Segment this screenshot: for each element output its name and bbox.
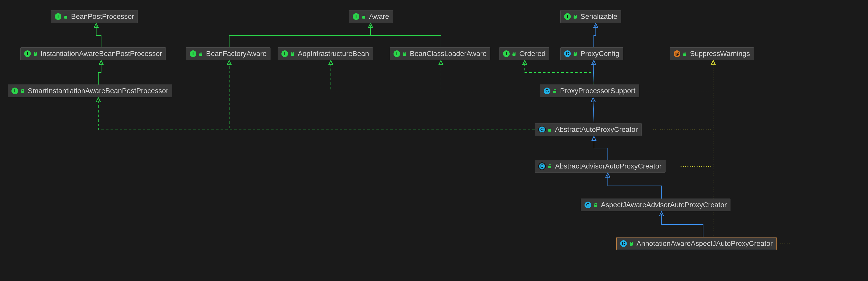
lock-icon: [33, 52, 38, 56]
interface-icon: I: [281, 51, 288, 57]
lock-icon: [403, 52, 407, 56]
lock-icon: [21, 89, 25, 93]
node-aspectJAwareAPC[interactable]: CAspectJAwareAdvisorAutoProxyCreator: [581, 198, 731, 211]
node-label: SmartInstantiationAwareBeanPostProcessor: [28, 87, 168, 95]
interface-icon: I: [353, 13, 360, 20]
node-label: AnnotationAwareAspectJAutoProxyCreator: [637, 240, 773, 248]
annotation-icon: @: [674, 51, 680, 57]
node-label: AbstractAutoProxyCreator: [555, 125, 638, 134]
node-annotationAwareAJAPC[interactable]: CAnnotationAwareAspectJAutoProxyCreator: [616, 237, 777, 250]
class-hierarchy-diagram: IBeanPostProcessorIAwareISerializableIIn…: [0, 0, 868, 281]
node-beanClassLoaderAware[interactable]: IBeanClassLoaderAware: [390, 48, 490, 60]
node-label: BeanFactoryAware: [206, 50, 267, 58]
class-icon: C: [539, 163, 545, 169]
interface-icon: I: [11, 88, 18, 94]
node-label: AspectJAwareAdvisorAutoProxyCreator: [601, 201, 726, 209]
node-proxyConfig[interactable]: CProxyConfig: [560, 48, 623, 60]
node-serializable[interactable]: ISerializable: [560, 10, 621, 23]
node-label: SuppressWarnings: [690, 50, 750, 58]
class-icon: C: [620, 240, 627, 247]
lock-icon: [362, 14, 367, 19]
node-label: InstantiationAwareBeanPostProcessor: [40, 50, 162, 58]
lock-icon: [64, 14, 68, 19]
lock-icon: [548, 127, 552, 132]
class-icon: C: [585, 201, 591, 208]
node-label: BeanClassLoaderAware: [410, 50, 487, 58]
node-label: ProxyProcessorSupport: [560, 87, 636, 95]
node-label: AbstractAdvisorAutoProxyCreator: [555, 162, 662, 170]
interface-icon: I: [564, 13, 571, 20]
interface-icon: I: [394, 51, 400, 57]
lock-icon: [683, 52, 687, 56]
lock-icon: [199, 52, 204, 56]
node-proxyProcessorSupport[interactable]: CProxyProcessorSupport: [540, 85, 639, 97]
node-label: Serializable: [581, 12, 617, 21]
lock-icon: [553, 89, 558, 93]
class-icon: C: [539, 126, 545, 133]
interface-icon: I: [24, 51, 31, 57]
lock-icon: [512, 52, 517, 56]
node-label: BeanPostProcessor: [71, 12, 134, 21]
node-ordered[interactable]: IOrdered: [499, 48, 549, 60]
class-icon: C: [544, 88, 550, 94]
node-label: ProxyConfig: [581, 50, 619, 58]
interface-icon: I: [55, 13, 61, 20]
node-aopInfraBean[interactable]: IAopInfrastructureBean: [278, 48, 373, 60]
lock-icon: [594, 202, 598, 207]
node-label: AopInfrastructureBean: [298, 50, 369, 58]
interface-icon: I: [190, 51, 196, 57]
node-beanFactoryAware[interactable]: IBeanFactoryAware: [186, 48, 271, 60]
lock-icon: [573, 52, 578, 56]
node-abstractAutoProxyCreator[interactable]: CAbstractAutoProxyCreator: [535, 123, 642, 136]
lock-icon: [629, 241, 634, 246]
node-label: Aware: [369, 12, 389, 21]
lock-icon: [573, 14, 578, 19]
node-abstractAdvisorAPC[interactable]: CAbstractAdvisorAutoProxyCreator: [535, 160, 665, 173]
node-label: Ordered: [519, 50, 546, 58]
node-beanPostProcessor[interactable]: IBeanPostProcessor: [51, 10, 138, 23]
node-suppressWarnings[interactable]: @SuppressWarnings: [670, 48, 754, 60]
lock-icon: [290, 52, 295, 56]
class-icon: C: [564, 51, 571, 57]
node-smartInstAwareBPP[interactable]: ISmartInstantiationAwareBeanPostProcesso…: [8, 85, 172, 97]
node-aware[interactable]: IAware: [349, 10, 393, 23]
node-instAwareBPP[interactable]: IInstantiationAwareBeanPostProcessor: [20, 48, 166, 60]
interface-icon: I: [503, 51, 509, 57]
lock-icon: [548, 164, 552, 168]
